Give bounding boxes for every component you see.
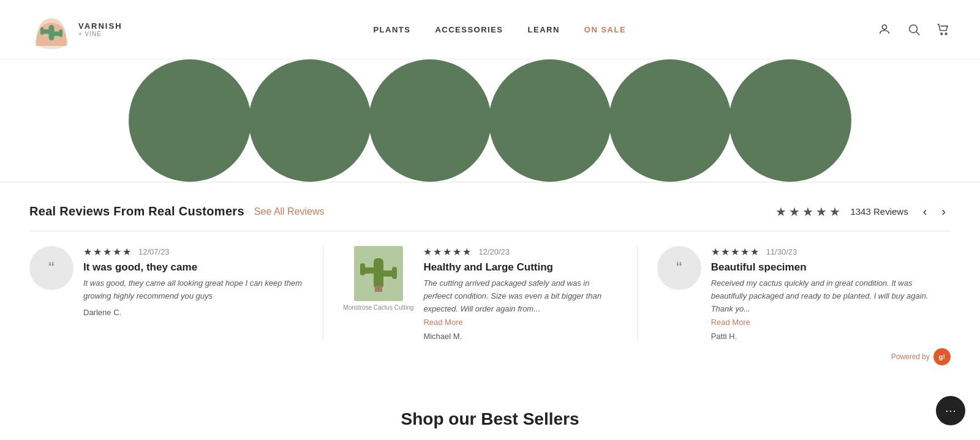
reviews-header: Real Reviews From Real Customers See All… (29, 202, 951, 231)
star-5: ★ (829, 204, 840, 219)
site-header: VARNISH + VINE PLANTSACCESSORIESLEARNON … (0, 0, 980, 59)
review-title-1: It was good, they came (83, 261, 303, 274)
reviews-cards: “ ★ ★ ★ ★ ★ 12/07/23 It was good, they c… (29, 246, 951, 341)
review-img-2 (354, 246, 403, 301)
svg-point-6 (882, 25, 886, 29)
svg-rect-15 (360, 263, 365, 275)
review-title-3: Beautiful specimen (711, 261, 931, 274)
account-icon[interactable] (877, 22, 892, 37)
powered-by: Powered by g! (29, 348, 951, 365)
powered-by-badge: g! (933, 348, 951, 365)
review-date-2: 12/20/23 (478, 247, 510, 256)
review-read-more-2[interactable]: Read More (423, 318, 617, 327)
circle-5[interactable] (609, 59, 731, 182)
circle-1[interactable] (129, 59, 251, 182)
svg-point-7 (910, 25, 918, 33)
star-3: ★ (802, 204, 813, 219)
main-nav: PLANTSACCESSORIESLEARNON SALE (373, 24, 626, 35)
svg-point-10 (945, 33, 947, 35)
circle-3[interactable] (369, 59, 491, 182)
review-meta-1: ★ ★ ★ ★ ★ 12/07/23 (83, 246, 303, 258)
logo-text-line2: + VINE (78, 31, 123, 37)
review-stars-1: ★ ★ ★ ★ ★ (83, 246, 131, 258)
reviews-prev-button[interactable]: ‹ (918, 202, 932, 221)
quote-icon-1: “ (48, 259, 54, 277)
quote-icon-3: “ (676, 259, 682, 277)
review-text-1: It was good, they came all looking great… (83, 277, 303, 303)
reviews-header-right: ★ ★ ★ ★ ★ 1343 Reviews ‹ › (775, 202, 951, 221)
review-meta-2: ★ ★ ★ ★ ★ 12/20/23 (423, 246, 617, 258)
best-sellers-section: Shop our Best Sellers SHOP NOW → (0, 380, 980, 440)
circles-strip (0, 59, 980, 182)
chat-icon: ⋯ (945, 404, 956, 417)
review-nav-arrows: ‹ › (918, 202, 951, 221)
review-title-2: Healthy and Large Cutting (423, 261, 617, 274)
svg-rect-4 (40, 27, 43, 35)
review-content-1: ★ ★ ★ ★ ★ 12/07/23 It was good, they cam… (83, 246, 303, 317)
svg-point-9 (941, 33, 943, 35)
reviews-header-left: Real Reviews From Real Customers See All… (29, 204, 325, 218)
search-icon[interactable] (907, 22, 921, 37)
review-content-3: ★ ★ ★ ★ ★ 11/30/23 Beautiful specimen Re… (711, 246, 931, 341)
review-meta-3: ★ ★ ★ ★ ★ 11/30/23 (711, 246, 931, 258)
star-1: ★ (775, 204, 786, 219)
star-4: ★ (816, 204, 827, 219)
reviews-next-button[interactable]: › (937, 202, 951, 221)
review-text-3: Received my cactus quickly and in great … (711, 277, 931, 315)
nav-item-accessories[interactable]: ACCESSORIES (435, 24, 503, 35)
overall-stars: ★ ★ ★ ★ ★ (775, 204, 840, 219)
review-date-1: 12/07/23 (138, 247, 170, 256)
circle-6[interactable] (729, 59, 851, 182)
review-read-more-3[interactable]: Read More (711, 318, 931, 327)
review-card-3: “ ★ ★ ★ ★ ★ 11/30/23 Beautiful specimen … (657, 246, 951, 341)
review-date-3: 11/30/23 (766, 247, 797, 256)
powered-by-text: Powered by (891, 352, 930, 361)
nav-item-plants[interactable]: PLANTS (373, 24, 410, 35)
reviews-section: Real Reviews From Real Customers See All… (0, 182, 980, 380)
star-2: ★ (789, 204, 800, 219)
logo-wrap[interactable]: VARNISH + VINE (29, 7, 123, 51)
svg-rect-5 (59, 29, 62, 37)
cart-icon[interactable] (936, 22, 951, 37)
review-img-wrap-2: Monstrose Cactus Cutting (343, 246, 413, 311)
review-avatar-3: “ (657, 246, 701, 290)
circle-4[interactable] (489, 59, 611, 182)
review-card-1: “ ★ ★ ★ ★ ★ 12/07/23 It was good, they c… (29, 246, 323, 341)
nav-item-learn[interactable]: LEARN (528, 24, 560, 35)
review-content-2: ★ ★ ★ ★ ★ 12/20/23 Healthy and Large Cut… (423, 246, 617, 341)
svg-rect-17 (375, 286, 382, 292)
review-author-1: Darlene C. (83, 308, 303, 317)
review-author-3: Patti H. (711, 332, 931, 341)
review-author-2: Michael M. (423, 332, 617, 341)
best-sellers-title: Shop our Best Sellers (29, 409, 951, 429)
reviews-count: 1343 Reviews (850, 206, 908, 217)
review-stars-3: ★ ★ ★ ★ ★ (711, 246, 759, 258)
review-card-2: Monstrose Cactus Cutting ★ ★ ★ ★ ★ 12/20… (343, 246, 637, 341)
svg-rect-16 (392, 267, 397, 279)
review-stars-2: ★ ★ ★ ★ ★ (423, 246, 471, 258)
logo-text-line1: VARNISH (78, 21, 123, 31)
review-text-2: The cutting arrived packaged safely and … (423, 277, 617, 315)
chat-bubble[interactable]: ⋯ (936, 396, 965, 425)
review-img-label-2: Monstrose Cactus Cutting (343, 304, 413, 311)
nav-item-on-sale[interactable]: ON SALE (584, 24, 626, 35)
site-logo (29, 7, 74, 51)
circle-2[interactable] (249, 59, 371, 182)
svg-line-8 (916, 32, 919, 35)
reviews-title: Real Reviews From Real Customers (29, 204, 244, 218)
header-icons (877, 22, 951, 37)
see-all-reviews-link[interactable]: See All Reviews (254, 206, 325, 217)
review-avatar-1: “ (29, 246, 74, 290)
